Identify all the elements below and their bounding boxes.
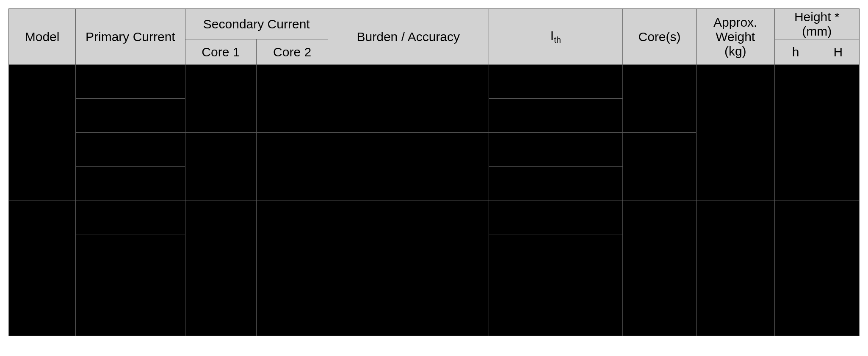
redacted-cell	[328, 200, 489, 268]
redacted-cell	[185, 268, 257, 336]
spec-table: Model Primary Current Secondary Current …	[8, 8, 860, 336]
redacted-cell	[489, 65, 622, 99]
table-row	[9, 200, 860, 234]
col-model: Model	[9, 9, 76, 65]
redacted-cell	[185, 133, 257, 200]
redacted-cell	[76, 65, 185, 99]
redacted-cell	[76, 167, 185, 200]
table-row	[9, 65, 860, 99]
col-secondary-current: Secondary Current	[185, 9, 328, 39]
redacted-cell	[76, 302, 185, 336]
col-height: Height *(mm)	[774, 9, 859, 39]
redacted-cell	[76, 234, 185, 268]
redacted-cell	[328, 65, 489, 133]
redacted-cell	[328, 133, 489, 200]
redacted-cell	[489, 302, 622, 336]
redacted-cell	[76, 268, 185, 302]
col-weight: Approx.Weight(kg)	[696, 9, 774, 65]
redacted-cell	[622, 65, 696, 133]
redacted-cell	[257, 133, 328, 200]
redacted-cell	[622, 268, 696, 336]
redacted-cell	[185, 200, 257, 268]
redacted-cell	[257, 200, 328, 268]
col-h-big: H	[817, 39, 859, 65]
col-cores: Core(s)	[622, 9, 696, 65]
col-ith: Ith	[489, 9, 622, 65]
redacted-cell	[489, 167, 622, 200]
redacted-cell	[76, 133, 185, 167]
col-core1: Core 1	[185, 39, 257, 65]
redacted-cell	[696, 200, 774, 336]
col-burden-accuracy: Burden / Accuracy	[328, 9, 489, 65]
redacted-cell	[76, 200, 185, 234]
redacted-cell	[774, 200, 817, 336]
redacted-cell	[817, 200, 859, 336]
col-core2: Core 2	[257, 39, 328, 65]
redacted-cell	[257, 268, 328, 336]
redacted-cell	[9, 200, 76, 336]
redacted-cell	[185, 65, 257, 133]
redacted-cell	[489, 200, 622, 234]
redacted-cell	[489, 99, 622, 133]
redacted-cell	[817, 65, 859, 200]
redacted-cell	[328, 268, 489, 336]
redacted-cell	[622, 133, 696, 200]
ith-sub: th	[554, 35, 561, 44]
redacted-cell	[489, 268, 622, 302]
redacted-cell	[9, 65, 76, 200]
col-primary-current: Primary Current	[76, 9, 185, 65]
redacted-cell	[489, 133, 622, 167]
redacted-cell	[774, 65, 817, 200]
redacted-cell	[489, 234, 622, 268]
col-h-small: h	[774, 39, 817, 65]
redacted-cell	[622, 200, 696, 268]
redacted-cell	[76, 99, 185, 133]
redacted-cell	[257, 65, 328, 133]
redacted-cell	[696, 65, 774, 200]
ith-prefix: I	[550, 28, 554, 42]
